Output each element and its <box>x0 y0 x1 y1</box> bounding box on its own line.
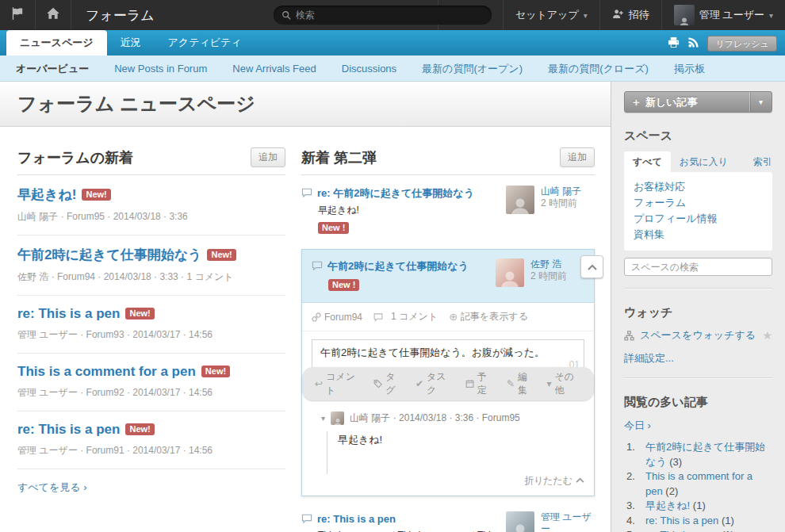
feed-title-link[interactable]: re: 午前2時に起きて仕事開始なう <box>317 187 474 199</box>
refresh-button[interactable]: リフレッシュ <box>707 36 777 52</box>
subnav-link[interactable]: New Arrivals Feed <box>232 63 316 75</box>
popular-title: 閲覧の多い記事 <box>624 395 772 410</box>
show-article-link[interactable]: ⊕ 記事を表示する <box>449 310 528 323</box>
today-link[interactable]: 今日 › <box>624 419 651 431</box>
author-link[interactable]: 佐野 浩 <box>530 258 561 270</box>
article-title-link[interactable]: This is a comment for a pen <box>17 364 196 379</box>
subnav-link[interactable]: オーバービュー <box>16 63 89 75</box>
author-link[interactable]: 管理 ユーザー <box>541 511 592 532</box>
subnav-link[interactable]: New Posts in Forum <box>114 63 207 75</box>
tag-action[interactable]: タグ <box>373 370 404 397</box>
print-icon[interactable] <box>668 36 680 52</box>
forum-link[interactable]: Forum94 <box>312 312 362 323</box>
tab-activity[interactable]: アクティビティ <box>155 30 255 55</box>
home-button[interactable] <box>36 0 71 30</box>
popular-article-link[interactable]: This is a comment for a pen <box>645 470 752 497</box>
subnav-item[interactable]: 掲示板 <box>674 61 730 76</box>
app-title: フォーラム <box>71 0 169 30</box>
popular-article-link[interactable]: re: This is a pen <box>645 529 718 532</box>
feed-column: 新着 第二弾 追加 re: 午前2時に起きて仕事開始なう 早起きね! New ! <box>301 147 595 532</box>
article-title-link[interactable]: re: This is a pen <box>17 306 120 321</box>
plus-icon: + <box>633 95 640 109</box>
space-link[interactable]: 資料集 <box>634 227 763 243</box>
feed-title-link[interactable]: 午前2時に起きて仕事開始なう <box>327 260 469 272</box>
feed-item: re: This is a pen This is a comment This… <box>301 501 595 532</box>
logo-button[interactable] <box>0 0 36 30</box>
collapse-card-button[interactable] <box>580 255 603 278</box>
index-link[interactable]: 索引 <box>753 155 772 172</box>
advanced-settings-link[interactable]: 詳細設定... <box>624 351 674 366</box>
global-search[interactable] <box>274 6 492 25</box>
new-badge: New ! <box>328 279 359 291</box>
space-link[interactable]: お客様対応 <box>634 179 763 195</box>
popular-article-link[interactable]: re: This is a pen <box>645 515 718 526</box>
new-article-button[interactable]: + 新しい記事 ▾ <box>624 91 772 113</box>
add-button[interactable]: 追加 <box>560 147 595 167</box>
feed-title-link[interactable]: re: This is a pen <box>317 513 396 525</box>
space-link[interactable]: フォーラム <box>634 195 763 211</box>
collapse-link[interactable]: 折りたたむ <box>524 475 584 486</box>
comment-bubble-icon <box>301 514 312 523</box>
main-panel: フォーラム ニュースページ フォーラムの新着 追加 早起きね!New! 山崎 陽… <box>0 82 611 532</box>
collapse-comment-icon[interactable]: ▾ <box>321 414 325 423</box>
watch-row: スペースをウォッチする ★ <box>624 328 772 343</box>
avatar <box>674 5 695 25</box>
article-title-link[interactable]: 早起きね! <box>17 187 76 202</box>
avatar[interactable] <box>506 186 534 214</box>
space-search-input[interactable] <box>624 258 772 276</box>
plus-circle-icon: ⊕ <box>449 311 458 323</box>
search-input[interactable] <box>296 10 484 21</box>
see-all-link[interactable]: すべてを見る › <box>17 480 86 495</box>
star-icon[interactable]: ★ <box>762 329 772 342</box>
article-title-link[interactable]: re: This is a pen <box>17 422 120 437</box>
subnav-item[interactable]: Discussions <box>342 61 422 76</box>
card-footer: 折りたたむ <box>302 474 594 496</box>
subnav-item[interactable]: オーバービュー <box>16 61 114 76</box>
subnav-item[interactable]: New Arrivals Feed <box>232 61 341 76</box>
column-header: 新着 第二弾 追加 <box>301 147 595 175</box>
space-link[interactable]: プロフィール情報 <box>634 211 763 227</box>
content-area: フォーラム ニュースページ フォーラムの新着 追加 早起きね!New! 山崎 陽… <box>0 82 785 532</box>
popular-article-link[interactable]: 午前2時に起きて仕事開始なう <box>645 441 765 468</box>
popular-list-item: This is a comment for a pen (2) <box>645 469 772 499</box>
subnav-link[interactable]: 最新の質問(オープン) <box>422 63 523 75</box>
subnav-link[interactable]: 掲示板 <box>674 63 705 75</box>
avatar <box>331 411 344 425</box>
watch-space-link[interactable]: スペースをウォッチする <box>640 328 756 343</box>
more-action[interactable]: ▾その他 <box>546 370 581 397</box>
rss-icon[interactable] <box>687 36 699 52</box>
check-icon: ✔ <box>415 378 423 389</box>
popular-article-link[interactable]: 早起きね! <box>645 499 690 511</box>
comment-count-link[interactable]: 1 コメント <box>373 310 438 323</box>
popular-list: 午前2時に起きて仕事開始なう (3) This is a comment for… <box>624 440 772 532</box>
chevron-down-icon: ▾ <box>759 98 763 106</box>
comment-action[interactable]: ↩コメント <box>315 370 362 397</box>
comment-thread: ▾ 山崎 陽子 · 2014/03/18 · 3:36 · Forum95 早起… <box>302 400 594 474</box>
view-count: (2) <box>665 485 678 497</box>
new-article-dropdown[interactable]: ▾ <box>749 92 772 112</box>
task-action[interactable]: ✔タスク <box>415 370 454 397</box>
card-header: 午前2時に起きて仕事開始なう New ! 佐野 浩 2 時間前 <box>302 250 594 303</box>
subnav-item[interactable]: 最新の質問(クローズ) <box>548 61 674 76</box>
feed-item-main: re: 午前2時に起きて仕事開始なう 早起きね! New ! <box>301 186 506 235</box>
article-title-link[interactable]: 午前2時に起きて仕事開始なう <box>17 247 201 262</box>
subnav-link[interactable]: 最新の質問(クローズ) <box>548 63 649 75</box>
edit-action[interactable]: ✎編集 <box>507 370 535 397</box>
add-button[interactable]: 追加 <box>251 147 285 167</box>
setup-menu[interactable]: セットアップ ▾ <box>503 0 599 30</box>
home-icon <box>46 6 60 24</box>
subnav-item[interactable]: New Posts in Forum <box>114 61 232 76</box>
avatar[interactable] <box>506 511 534 532</box>
invite-button[interactable]: 招待 <box>599 0 661 30</box>
article-meta: 佐野 浩 · Forum94 · 2014/03/18 · 3:33 · 1 コ… <box>17 270 285 284</box>
subnav-item[interactable]: 最新の質問(オープン) <box>422 61 548 76</box>
tab-favorite-spaces[interactable]: お気に入り <box>671 151 737 172</box>
tab-all-spaces[interactable]: すべて <box>624 151 671 172</box>
user-menu[interactable]: 管理 ユーザー ▾ <box>661 0 785 30</box>
tab-newspage[interactable]: ニュースページ <box>6 30 107 55</box>
subnav-link[interactable]: Discussions <box>342 63 396 75</box>
event-action[interactable]: 予定 <box>465 370 495 397</box>
author-link[interactable]: 山崎 陽子 <box>541 186 581 197</box>
tab-status[interactable]: 近況 <box>107 30 155 55</box>
avatar[interactable] <box>496 258 524 287</box>
